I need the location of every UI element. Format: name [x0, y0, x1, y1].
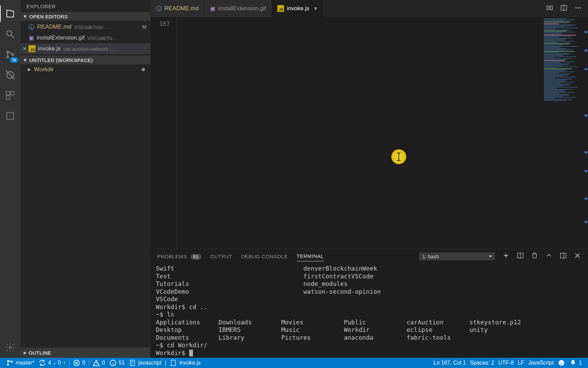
js-icon: JS: [277, 5, 284, 12]
app-root: 5k EXPLORER ▾ OPEN EDITORS × ⓘ README.md: [0, 0, 588, 358]
kill-terminal-icon[interactable]: [531, 252, 538, 261]
svg-point-15: [580, 7, 581, 9]
status-feedback-icon[interactable]: [556, 359, 567, 367]
activity-bar: 5k: [0, 0, 20, 358]
svg-point-20: [11, 361, 13, 363]
arrow-down-icon: ↓: [53, 360, 56, 366]
compare-icon[interactable]: [546, 4, 553, 13]
panel-tab-terminal[interactable]: TERMINAL: [297, 251, 324, 261]
info-icon: ⓘ: [156, 5, 162, 13]
outline-label: OUTLINE: [29, 350, 51, 356]
svg-rect-6: [11, 92, 14, 95]
close-icon[interactable]: ×: [314, 5, 317, 12]
svg-point-0: [7, 31, 12, 36]
open-editor-item[interactable]: × JS invoke.js car-auction-network-…: [20, 43, 150, 54]
bottom-panel: PROBLEMS 51 OUTPUT DEBUG CONSOLE TERMINA…: [150, 249, 588, 358]
arrow-up-icon: ↑: [63, 360, 66, 366]
line-number: 167: [150, 20, 170, 27]
status-indent[interactable]: Spaces: 2: [468, 360, 496, 366]
toggle-panel-icon[interactable]: [559, 252, 567, 261]
workspace-label: UNTITLED (WORKSPACE): [29, 57, 93, 63]
svg-rect-8: [7, 112, 14, 119]
svg-rect-24: [171, 360, 176, 366]
status-branch[interactable]: master*: [4, 359, 36, 367]
modified-dot-icon: [142, 68, 145, 71]
status-eol[interactable]: LF: [516, 360, 526, 366]
open-editor-item[interactable]: × ⓘ README.md VSCodeTuto…: [20, 21, 150, 32]
activity-other-icon[interactable]: [0, 106, 20, 126]
tab-actions: [540, 0, 588, 17]
workspace-header[interactable]: ▾ UNTITLED (WORKSPACE): [20, 56, 150, 64]
status-encoding[interactable]: UTF-8: [496, 360, 516, 366]
svg-point-13: [575, 7, 577, 9]
activity-settings-icon[interactable]: [0, 337, 20, 358]
svg-point-2: [7, 56, 9, 58]
open-editors-header[interactable]: ▾ OPEN EDITORS: [20, 12, 150, 21]
status-language[interactable]: JavaScript: [526, 360, 556, 366]
info-icon: ⓘ: [29, 23, 34, 31]
activity-extensions-icon[interactable]: [0, 85, 20, 106]
status-sync[interactable]: 4↓ 0↑: [36, 359, 68, 367]
svg-point-19: [7, 364, 9, 366]
scm-badge: 5k: [10, 57, 18, 63]
svg-point-25: [559, 360, 565, 366]
main-area: ⓘ README.md ▣ installExtension.gif JS in…: [150, 0, 588, 358]
code-area[interactable]: [177, 17, 542, 249]
activity-search-icon[interactable]: [0, 24, 20, 44]
svg-point-27: [562, 362, 563, 363]
svg-point-26: [560, 362, 561, 363]
tab-install-gif[interactable]: ▣ installExtension.gif: [205, 0, 272, 17]
panel-tabs: PROBLEMS 51 OUTPUT DEBUG CONSOLE TERMINA…: [150, 249, 588, 263]
more-icon[interactable]: [574, 4, 582, 13]
close-panel-icon[interactable]: [574, 252, 581, 261]
svg-rect-23: [130, 360, 134, 366]
line-gutter: 167: [150, 17, 177, 249]
svg-point-3: [12, 54, 14, 56]
maximize-panel-icon[interactable]: [545, 252, 553, 261]
tab-readme[interactable]: ⓘ README.md: [150, 0, 205, 17]
panel-tab-problems[interactable]: PROBLEMS 51: [157, 251, 201, 261]
open-editors-list: × ⓘ README.md VSCodeTuto… × ▣ installExt…: [20, 21, 150, 56]
svg-point-14: [577, 7, 579, 9]
minimap[interactable]: [542, 17, 583, 249]
chevron-down-icon: ▾: [24, 57, 29, 63]
status-language-server[interactable]: javascript | invoke.js: [127, 359, 203, 367]
svg-rect-7: [6, 96, 10, 99]
explorer-sidebar: EXPLORER ▾ OPEN EDITORS × ⓘ README.md VS…: [20, 0, 150, 358]
folder-name: Workdir: [34, 66, 54, 73]
chevron-right-icon: ▸: [28, 66, 32, 73]
status-bar: master* 4↓ 0↑ 0 0 51 javascript | invoke…: [0, 358, 588, 368]
open-editor-item[interactable]: × ▣ installExtension.gif VSCodeTu…: [20, 32, 150, 43]
open-editors-label: OPEN EDITORS: [29, 14, 68, 19]
status-cursor[interactable]: Ln 167, Col 1: [431, 360, 468, 366]
panel-tab-debug[interactable]: DEBUG CONSOLE: [241, 251, 288, 261]
new-terminal-icon[interactable]: [502, 252, 510, 261]
overview-ruler[interactable]: [583, 17, 588, 249]
status-warnings[interactable]: 0: [91, 359, 107, 367]
svg-point-1: [7, 51, 9, 53]
terminal-output[interactable]: Swift denverBlockchainWeekTest firstCont…: [150, 263, 588, 358]
status-errors[interactable]: 0: [71, 359, 87, 367]
activity-scm-icon[interactable]: 5k: [0, 44, 20, 65]
activity-debug-icon[interactable]: [0, 65, 20, 85]
svg-rect-17: [560, 253, 566, 258]
problems-count-badge: 51: [191, 254, 201, 260]
tab-invoke-js[interactable]: JS invoke.js ×: [272, 0, 323, 17]
activity-explorer-icon[interactable]: [0, 3, 20, 24]
chevron-right-icon: ▸: [24, 350, 29, 356]
split-terminal-icon[interactable]: [517, 252, 524, 261]
close-icon[interactable]: ×: [21, 45, 28, 52]
js-icon: JS: [29, 45, 35, 52]
status-notifications[interactable]: 1: [567, 359, 584, 367]
outline-header[interactable]: ▸ OUTLINE: [20, 348, 150, 358]
svg-rect-11: [550, 6, 552, 10]
sidebar-title: EXPLORER: [20, 0, 150, 12]
split-editor-icon[interactable]: [560, 4, 568, 13]
image-icon: ▣: [210, 5, 215, 12]
status-info[interactable]: 51: [107, 359, 127, 367]
terminal-selector[interactable]: 1: bash: [419, 252, 495, 260]
panel-tab-output[interactable]: OUTPUT: [210, 251, 232, 261]
svg-rect-10: [547, 6, 549, 10]
workspace-folder[interactable]: ▸ Workdir: [20, 64, 150, 74]
editor[interactable]: 167: [150, 17, 588, 249]
